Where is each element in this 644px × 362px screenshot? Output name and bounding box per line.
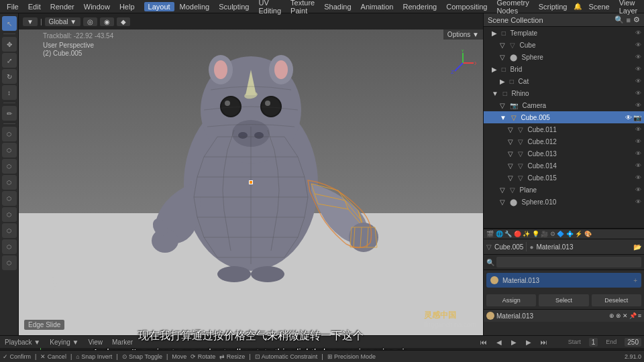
toolbar-scale[interactable]: ↕ [2, 85, 17, 100]
menu-shading[interactable]: Shading [320, 2, 355, 11]
search-icon[interactable]: 🔍 [614, 15, 624, 24]
menu-rendering[interactable]: Rendering [398, 2, 441, 11]
status-snap-toggle[interactable]: ⊙ Snap Toggle [122, 353, 162, 360]
svg-point-19 [251, 266, 284, 282]
menu-render[interactable]: Render [46, 2, 78, 11]
object-icon: ▽ [486, 243, 492, 251]
settings-icon[interactable]: ⚙ [633, 15, 640, 24]
outliner-item-cat[interactable]: ▶ □ Cat 👁 [484, 75, 644, 87]
status-bar: ✓ Confirm | ✕ Cancel | ⌂ Snap Invert | ⊙… [0, 350, 644, 362]
material-copy-btn[interactable]: ⊗ [616, 312, 621, 319]
outliner-item-brid[interactable]: ▶ □ Brid 👁 [484, 63, 644, 75]
material-move-btn[interactable]: ≡ [638, 312, 641, 319]
menu-modeling[interactable]: Modeling [176, 2, 214, 11]
outliner-item-cube[interactable]: ▽ ▽ Cube 👁 [484, 39, 644, 51]
options-button[interactable]: Options ▼ [443, 29, 483, 40]
menu-scripting[interactable]: Scripting [535, 2, 572, 11]
toolbar-divider2 [3, 103, 15, 103]
select-button[interactable]: Select [539, 294, 588, 306]
filter-icon[interactable]: ≡ [627, 16, 631, 24]
toolbar-mesh6[interactable]: ⬡ [2, 207, 17, 222]
menu-edit[interactable]: Edit [24, 2, 45, 11]
status-cancel[interactable]: ✕ Cancel [40, 353, 66, 360]
render-icon[interactable]: 📷 [633, 114, 641, 121]
menu-geometry-nodes[interactable]: Geometry Nodes [492, 0, 533, 15]
end-frame-value[interactable]: 250 [625, 338, 641, 347]
toolbar-move[interactable]: ⤢ [2, 53, 17, 68]
menu-animation[interactable]: Animation [357, 2, 398, 11]
menu-window[interactable]: Window [80, 2, 114, 11]
vp-xray[interactable]: ◆ [117, 17, 130, 26]
material-name: Material.013 [502, 277, 539, 284]
toolbar-mesh2[interactable]: ⬡ [2, 143, 17, 158]
toolbar-mesh1[interactable]: ⬡ [2, 127, 17, 141]
vp-snap-btn[interactable]: ◎ [83, 17, 97, 26]
toolbar-mesh3[interactable]: ⬡ [2, 159, 17, 174]
scene-dropdown[interactable]: Scene [584, 2, 613, 11]
outliner-item-template[interactable]: ▶ □ Template 👁 [484, 27, 644, 39]
item-label: Template [511, 29, 538, 37]
toolbar-mesh8[interactable]: ⬡ [2, 239, 17, 254]
start-frame-label: Start [566, 339, 584, 345]
svg-text:Y: Y [461, 50, 465, 54]
menu-help[interactable]: Help [115, 2, 139, 11]
menu-file[interactable]: File [3, 2, 23, 11]
material-search-input[interactable] [496, 257, 641, 267]
object-label: (2) Cube.005 [43, 50, 82, 57]
outliner-item-cube011[interactable]: ▽ ▽ Cube.011 👁 [484, 123, 644, 135]
next-frame-btn[interactable]: ▶ [524, 339, 533, 346]
menu-layout[interactable]: Layout [144, 2, 174, 11]
browse-material-btn[interactable]: 📂 [633, 243, 641, 251]
outliner-item-cube012[interactable]: ▽ ▽ Cube.012 👁 [484, 135, 644, 147]
material-browse-btn[interactable]: ⊕ [609, 312, 614, 319]
prev-frame-btn[interactable]: ◀ [494, 339, 504, 346]
perspective-label: User Perspective [43, 42, 94, 49]
outliner[interactable]: ▶ □ Template 👁 ▽ ▽ Cube 👁 ▽ ⬤ Sphere 👁 ▶… [484, 27, 644, 228]
jump-end-btn[interactable]: ⏭ [539, 339, 549, 346]
status-confirm[interactable]: ✓ Confirm [3, 353, 31, 360]
toolbar-cursor[interactable]: ✥ [2, 37, 17, 52]
menu-sculpting[interactable]: Sculpting [215, 2, 253, 11]
outliner-item-cube005[interactable]: ▼ ▽ Cube.005 👁 📷 [484, 111, 644, 123]
outliner-item-cube014[interactable]: ▽ ▽ Cube.014 👁 [484, 160, 644, 172]
toolbar-mesh9[interactable]: ⬡ [2, 255, 17, 270]
outliner-item-sphere010[interactable]: ▽ ⬤ Sphere.010 👁 [484, 196, 644, 208]
menu-compositing[interactable]: Compositing [442, 2, 491, 11]
toolbar-mesh7[interactable]: ⬡ [2, 223, 17, 238]
outliner-item-plane[interactable]: ▽ ▽ Plane 👁 [484, 184, 644, 196]
material-item-013[interactable]: Material.013 + [486, 273, 641, 288]
visibility-icon2[interactable]: 👁 [635, 42, 641, 48]
visibility-icon[interactable]: 👁 [635, 29, 641, 36]
outliner-item-camera[interactable]: ▽ 📷 Camera 👁 [484, 99, 644, 111]
vis-icon[interactable]: 👁 [625, 114, 632, 121]
menu-texture-paint[interactable]: Texture Paint [286, 0, 319, 15]
material-delete-btn[interactable]: ✕ [623, 312, 628, 319]
toolbar-mesh4[interactable]: ⬡ [2, 175, 17, 190]
toolbar-mesh5[interactable]: ⬡ [2, 191, 17, 206]
vp-view-menu[interactable]: ▼ [23, 17, 38, 26]
vp-proportional[interactable]: ◉ [100, 17, 114, 26]
outliner-item-cube015[interactable]: ▽ ▽ Cube.015 👁 [484, 172, 644, 184]
item-label: Cube.013 [528, 150, 557, 158]
outliner-item-sphere[interactable]: ▽ ⬤ Sphere 👁 [484, 51, 644, 63]
toolbar-rotate[interactable]: ↻ [2, 69, 17, 84]
deselect-button[interactable]: Deselect [592, 294, 641, 306]
viewport-content[interactable]: X Y Z Options ▼ [19, 29, 483, 335]
start-frame-value[interactable]: 1 [589, 338, 598, 347]
status-snap-invert[interactable]: ⌂ Snap Invert [76, 353, 112, 360]
toolbar-select[interactable]: ↖ [2, 16, 17, 31]
toolbar-annotate[interactable]: ✏ [2, 106, 17, 121]
svg-line-25 [455, 63, 463, 71]
vp-separator: | [40, 18, 42, 25]
outliner-item-cube013[interactable]: ▽ ▽ Cube.013 👁 [484, 147, 644, 160]
assign-button[interactable]: Assign [486, 294, 536, 306]
item-label: Cube.015 [528, 174, 557, 182]
outliner-item-rhino[interactable]: ▼ □ Rhino 👁 [484, 87, 644, 99]
viewport-3d[interactable]: ▼ | Global ▼ ◎ ◉ ◆ Trackball: -22.92 -43… [19, 13, 483, 335]
material-pin-btn[interactable]: 📌 [629, 312, 637, 319]
menu-uv-editing[interactable]: UV Editing [254, 0, 285, 15]
play-btn[interactable]: ▶ [509, 339, 519, 346]
material-add-btn[interactable]: + [633, 277, 637, 284]
vp-global-dropdown[interactable]: Global ▼ [45, 17, 81, 26]
view-layer-dropdown[interactable]: View Layer [615, 0, 642, 15]
